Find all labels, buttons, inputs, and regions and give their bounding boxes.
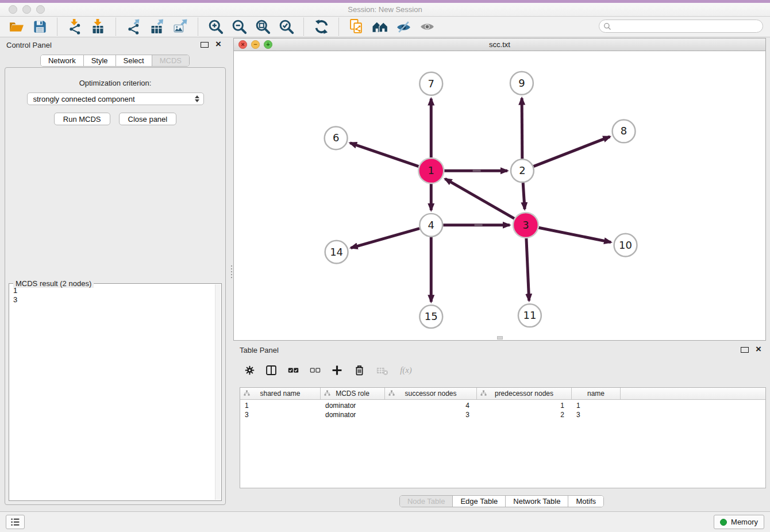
- float-panel-icon[interactable]: [201, 42, 209, 48]
- tab-mcds[interactable]: MCDS: [152, 55, 189, 66]
- edge-3-to-11[interactable]: [526, 238, 529, 301]
- save-session-icon: [32, 19, 48, 34]
- column-header-name[interactable]: name: [572, 388, 621, 399]
- column-header-label: MCDS role: [336, 390, 369, 398]
- zoom-in-button[interactable]: [205, 18, 226, 36]
- new-network-from-selection-button[interactable]: [346, 18, 367, 36]
- network-canvas[interactable]: 1234678910111415: [234, 51, 765, 340]
- show-columns-button[interactable]: [265, 364, 277, 376]
- import-network-button[interactable]: [64, 18, 86, 36]
- table-cell[interactable]: 1: [240, 402, 321, 410]
- node-14[interactable]: 14: [325, 241, 348, 264]
- node-3[interactable]: 3: [513, 213, 538, 238]
- table-options-gear-button[interactable]: [245, 364, 255, 376]
- edge-2-to-9[interactable]: [522, 98, 522, 159]
- create-column-button[interactable]: [332, 364, 342, 376]
- export-table-button[interactable]: [147, 18, 168, 36]
- hide-selected-button[interactable]: [393, 18, 414, 36]
- maximize-view-icon[interactable]: [264, 40, 272, 49]
- table-cell[interactable]: 2: [477, 411, 572, 419]
- table-row[interactable]: 3dominator323: [240, 410, 765, 419]
- node-9[interactable]: 9: [510, 72, 533, 95]
- list-icon: [10, 516, 21, 527]
- zoom-fit-icon: [255, 19, 271, 34]
- node-11[interactable]: 11: [518, 304, 541, 327]
- table-row[interactable]: 1dominator411: [240, 401, 765, 410]
- column-header-predecessor-nodes[interactable]: predecessor nodes: [477, 388, 572, 399]
- node-1[interactable]: 1: [418, 158, 444, 183]
- table-cell[interactable]: 3: [240, 411, 321, 419]
- task-history-button[interactable]: [6, 515, 25, 529]
- optimization-criterion-label: Optimization criterion:: [5, 79, 225, 87]
- table-cell[interactable]: 4: [385, 402, 477, 410]
- node-7[interactable]: 7: [419, 72, 442, 95]
- node-label: 9: [518, 77, 525, 89]
- edge-3-to-10[interactable]: [538, 228, 611, 242]
- float-table-panel-icon[interactable]: [741, 347, 749, 353]
- table-cell[interactable]: 1: [572, 402, 621, 410]
- memory-button[interactable]: Memory: [714, 515, 764, 529]
- column-header-mcds-role[interactable]: MCDS role: [321, 388, 385, 399]
- network-window: scc.txt 1234678910111415: [233, 38, 766, 341]
- table-cell[interactable]: 3: [572, 411, 621, 419]
- edge-2-to-3[interactable]: [523, 183, 525, 209]
- column-header-successor-nodes[interactable]: successor nodes: [385, 388, 477, 399]
- unselect-all-columns-button[interactable]: [310, 364, 321, 376]
- criterion-select[interactable]: strongly connected component: [27, 92, 204, 105]
- control-panel-header: Control Panel: [0, 37, 230, 53]
- node-4[interactable]: 4: [419, 214, 442, 237]
- tab-node-table[interactable]: Node Table: [400, 496, 453, 507]
- node-label: 15: [425, 310, 438, 322]
- table-toolbar: f(x): [233, 358, 770, 383]
- horizontal-splitter-grip[interactable]: [497, 336, 503, 340]
- export-network-button[interactable]: [123, 18, 144, 36]
- close-table-panel-icon[interactable]: [756, 346, 764, 354]
- close-view-icon[interactable]: [238, 40, 247, 49]
- import-table-button[interactable]: [88, 18, 109, 36]
- tab-style[interactable]: Style: [84, 55, 116, 66]
- table-panel: Table Panel f(x) shared nameMCDS rolesuc…: [233, 342, 770, 511]
- show-all-button[interactable]: [417, 18, 438, 36]
- edge-4-to-14[interactable]: [351, 229, 420, 248]
- tab-network-table[interactable]: Network Table: [506, 496, 568, 507]
- tab-edge-table[interactable]: Edge Table: [453, 496, 506, 507]
- apply-layout-button[interactable]: [311, 18, 332, 36]
- toolbar-separator: [338, 18, 340, 36]
- node-8[interactable]: 8: [613, 120, 636, 143]
- edge-1-to-6[interactable]: [350, 143, 418, 167]
- tab-network[interactable]: Network: [41, 55, 84, 66]
- run-mcds-button[interactable]: Run MCDS: [54, 113, 110, 125]
- minimize-view-icon[interactable]: [251, 40, 260, 49]
- function-builder-icon: f(x): [399, 364, 414, 376]
- close-panel-button[interactable]: Close panel: [119, 113, 177, 125]
- table-cell[interactable]: dominator: [321, 402, 385, 410]
- zoom-out-button[interactable]: [229, 18, 250, 36]
- node-label: 14: [330, 246, 343, 258]
- node-10[interactable]: 10: [614, 234, 637, 257]
- zoom-fit-button[interactable]: [252, 18, 274, 36]
- result-scrollbar[interactable]: [215, 284, 221, 500]
- export-network-icon: [126, 19, 141, 34]
- select-all-columns-button[interactable]: [288, 364, 299, 376]
- edge-2-to-8[interactable]: [533, 137, 610, 167]
- column-header-shared-name[interactable]: shared name: [240, 388, 321, 399]
- zoom-selected-button[interactable]: [276, 18, 297, 36]
- close-panel-icon[interactable]: [215, 41, 224, 49]
- delete-columns-button[interactable]: [353, 364, 365, 376]
- export-image-button[interactable]: [170, 18, 191, 36]
- open-session-button[interactable]: [6, 18, 27, 36]
- table-cell[interactable]: 1: [477, 402, 572, 410]
- save-session-button[interactable]: [29, 18, 51, 36]
- node-6[interactable]: 6: [325, 126, 348, 149]
- table-cell[interactable]: dominator: [321, 411, 385, 419]
- tab-motifs[interactable]: Motifs: [568, 496, 603, 507]
- node-15[interactable]: 15: [419, 305, 442, 328]
- first-neighbors-button[interactable]: [369, 18, 391, 36]
- edge-3-to-1[interactable]: [445, 179, 515, 218]
- tab-select[interactable]: Select: [116, 55, 152, 66]
- table-cell[interactable]: 3: [385, 411, 477, 419]
- function-builder-button: f(x): [399, 364, 414, 376]
- column-type-icon: [244, 390, 250, 398]
- search-input[interactable]: [614, 22, 759, 31]
- node-2[interactable]: 2: [511, 159, 534, 182]
